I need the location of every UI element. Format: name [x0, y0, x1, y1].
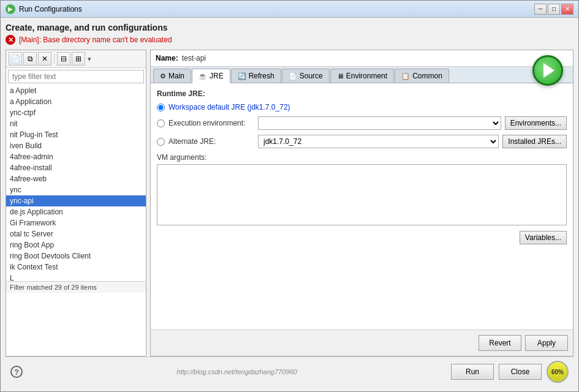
tab-environment-label: Environment	[346, 72, 387, 80]
list-item[interactable]: a Application	[6, 96, 146, 107]
tab-jre[interactable]: ☕ JRE	[192, 69, 230, 83]
title-bar-buttons: ─ □ ✕	[534, 4, 573, 15]
list-item[interactable]: a Applet	[6, 85, 146, 96]
apply-button[interactable]: Apply	[525, 335, 568, 351]
list-item[interactable]: 4afree-web	[6, 173, 146, 184]
alternate-jre-label: Alternate JRE:	[168, 137, 254, 146]
maximize-button[interactable]: □	[548, 4, 560, 15]
list-item[interactable]: ring Boot App	[6, 239, 146, 251]
list-item[interactable]: ync-ctpf	[6, 107, 146, 118]
list-item[interactable]: ring Boot Devtools Client	[6, 251, 146, 262]
name-bar: Name: test-api	[151, 50, 573, 67]
content-area: Create, manage, and run configurations ✕…	[1, 18, 578, 391]
tab-jre-label: JRE	[210, 72, 224, 80]
minimize-button[interactable]: ─	[534, 4, 547, 15]
workspace-jre-radio[interactable]	[157, 104, 165, 111]
source-tab-icon: 📄	[289, 72, 297, 80]
tab-common[interactable]: 📋 Common	[395, 69, 449, 83]
execution-env-row: Execution environment: Environments...	[157, 116, 567, 130]
error-message: ✕ [Main]: Base directory name can't be e…	[6, 35, 573, 45]
percent-badge: 60%	[547, 361, 569, 383]
tab-refresh[interactable]: 🔄 Refresh	[231, 69, 281, 83]
close-window-button[interactable]: ✕	[561, 4, 573, 15]
list-item-selected[interactable]: ync-api	[6, 195, 146, 206]
run-configurations-window: ▶ Run Configurations ─ □ ✕ Create, manag…	[0, 0, 579, 392]
new-config-button[interactable]: 📄	[9, 52, 22, 66]
installed-jres-button[interactable]: Installed JREs...	[502, 135, 567, 148]
tab-source-label: Source	[300, 72, 323, 80]
list-item[interactable]: 4afree-install	[6, 162, 146, 173]
tab-refresh-label: Refresh	[249, 72, 274, 80]
dialog-header: Create, manage, and run configurations	[6, 23, 573, 32]
workspace-jre-label: Workspace default JRE (jdk1.7.0_72)	[168, 103, 290, 111]
tab-content-jre: Runtime JRE: Workspace default JRE (jdk1…	[151, 83, 573, 330]
environment-tab-icon: 🖥	[337, 72, 344, 80]
help-icon[interactable]: ?	[10, 366, 23, 378]
tab-source[interactable]: 📄 Source	[282, 69, 330, 83]
tab-common-label: Common	[412, 72, 442, 80]
list-item[interactable]: L	[6, 273, 146, 281]
execution-env-select[interactable]	[258, 116, 501, 130]
variables-button[interactable]: Variables...	[520, 231, 567, 244]
title-bar-text: Run Configurations	[19, 5, 534, 13]
tab-environment[interactable]: 🖥 Environment	[330, 69, 394, 83]
list-item[interactable]: iven Build	[6, 140, 146, 151]
tabs-bar: ⚙ Main ☕ JRE 🔄 Refresh 📄 Source	[151, 67, 573, 83]
toolbar-separator	[54, 53, 55, 64]
right-panel: Name: test-api ⚙ Main ☕ JRE 🔄 Refr	[150, 50, 573, 356]
name-value: test-api	[182, 54, 568, 62]
common-tab-icon: 📋	[401, 72, 410, 80]
window-icon: ▶	[6, 4, 15, 14]
execution-env-label: Execution environment:	[168, 119, 254, 127]
alternate-jre-row: Alternate JRE: jdk1.7.0_72 Installed JRE…	[157, 135, 567, 148]
list-item[interactable]: ik Context Test	[6, 262, 146, 273]
list-item[interactable]: otal tc Server	[6, 228, 146, 239]
close-dialog-button[interactable]: Close	[499, 364, 542, 380]
error-text: [Main]: Base directory name can't be eva…	[19, 36, 172, 44]
environments-button[interactable]: Environments...	[505, 116, 567, 130]
execution-env-radio[interactable]	[157, 119, 165, 127]
list-item[interactable]: nit	[6, 118, 146, 129]
watermark-text: http://blog.csdn.net/tengdazhang770960	[176, 368, 297, 375]
revert-button[interactable]: Revert	[479, 335, 521, 351]
expand-all-button[interactable]: ⊞	[72, 52, 85, 66]
title-bar: ▶ Run Configurations ─ □ ✕	[1, 1, 578, 18]
runtime-jre-section-title: Runtime JRE:	[157, 89, 567, 98]
jre-tab-icon: ☕	[199, 72, 207, 80]
collapse-all-button[interactable]: ⊟	[57, 52, 70, 66]
delete-config-button[interactable]: ✕	[38, 52, 51, 66]
vm-args-label: VM arguments:	[157, 153, 567, 162]
list-item[interactable]: de.js Application	[6, 206, 146, 217]
run-footer-button[interactable]: Run	[451, 364, 494, 380]
vm-args-section: VM arguments:	[157, 153, 567, 227]
bottom-buttons: Revert Apply	[151, 330, 573, 356]
name-label: Name:	[156, 54, 178, 62]
vm-args-textarea[interactable]	[157, 164, 567, 225]
list-footer: Filter matched 29 of 29 items	[6, 281, 146, 293]
list-item[interactable]: 4afree-admin	[6, 151, 146, 162]
duplicate-config-button[interactable]: ⧉	[23, 52, 37, 66]
main-content: 📄 ⧉ ✕ ⊟ ⊞ ▾ a Applet a Application ync-c…	[6, 50, 573, 356]
config-list: a Applet a Application ync-ctpf nit nit …	[6, 85, 146, 281]
list-item[interactable]: ync	[6, 184, 146, 195]
list-item[interactable]: nit Plug-in Test	[6, 129, 146, 140]
alternate-jre-select[interactable]: jdk1.7.0_72	[258, 135, 499, 148]
tab-main-label: Main	[168, 72, 184, 80]
variables-row: Variables...	[157, 231, 567, 244]
run-triangle-icon	[543, 63, 554, 78]
left-toolbar: 📄 ⧉ ✕ ⊟ ⊞ ▾	[6, 50, 146, 68]
filter-input[interactable]	[8, 70, 144, 83]
left-panel: 📄 ⧉ ✕ ⊟ ⊞ ▾ a Applet a Application ync-c…	[6, 50, 146, 356]
main-tab-icon: ⚙	[160, 72, 166, 80]
dialog-footer: ? http://blog.csdn.net/tengdazhang770960…	[6, 356, 573, 386]
run-button[interactable]	[532, 55, 563, 86]
alternate-jre-radio[interactable]	[157, 138, 165, 146]
list-item[interactable]: Gi Framework	[6, 217, 146, 228]
tab-main[interactable]: ⚙ Main	[153, 69, 191, 83]
refresh-tab-icon: 🔄	[238, 72, 246, 80]
error-icon: ✕	[6, 35, 15, 45]
workspace-jre-option: Workspace default JRE (jdk1.7.0_72)	[157, 103, 567, 111]
